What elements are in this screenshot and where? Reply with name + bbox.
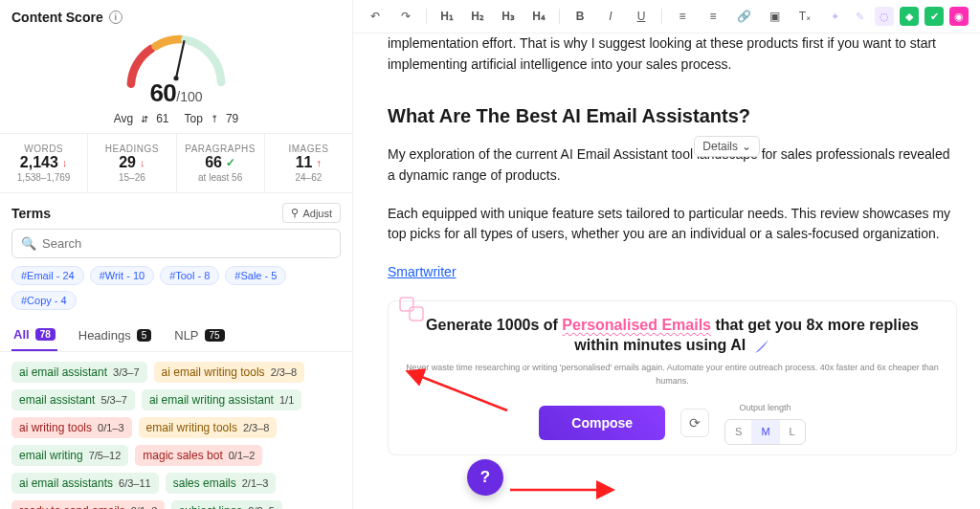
adjust-button[interactable]: ⚲Adjust	[282, 203, 341, 223]
bold-button[interactable]: B	[569, 6, 590, 27]
filter-pill[interactable]: #Copy - 4	[11, 291, 77, 310]
term-chip[interactable]: ai email assistants6/3–11	[11, 473, 159, 494]
score-value: 60	[149, 78, 176, 107]
question-icon: ?	[480, 468, 490, 487]
term-chip[interactable]: subject lines2/2–5	[171, 500, 282, 509]
h4-button[interactable]: H₄	[528, 6, 549, 27]
ordered-list-button[interactable]: ≡	[672, 6, 693, 27]
term-count: 0/1–3	[98, 422, 124, 433]
score-denom: /100	[176, 89, 202, 104]
unordered-list-button[interactable]: ≡	[702, 6, 724, 27]
term-text: sales emails	[173, 476, 236, 490]
info-icon[interactable]: i	[109, 11, 122, 24]
term-count: 1/1	[279, 394, 294, 406]
term-count: 0/1–2	[229, 450, 256, 461]
tab-all[interactable]: All78	[11, 320, 57, 351]
italic-button[interactable]: I	[600, 6, 621, 27]
term-chip[interactable]: ai email assistant3/3–7	[11, 362, 147, 383]
term-chip[interactable]: email writing tools2/3–8	[139, 417, 278, 438]
h3-button[interactable]: H₃	[498, 6, 519, 27]
svg-line-0	[176, 40, 185, 77]
seg-l[interactable]: L	[780, 420, 805, 444]
search-input[interactable]	[42, 236, 331, 251]
underline-button[interactable]: U	[631, 6, 652, 27]
stat-arrow-icon: ↓	[62, 157, 68, 168]
ai-circle-icon[interactable]: ◌	[875, 7, 894, 26]
filter-pill[interactable]: #Email - 24	[11, 266, 84, 285]
term-text: magic sales bot	[143, 449, 222, 462]
editor-toolbar: ↶ ↷ H₁ H₂ H₃ H₄ B I U ≡ ≡ 🔗 ▣ Tₓ ✦ ✎ ◌ ◆…	[353, 0, 980, 33]
output-length-label: Output length	[739, 402, 791, 415]
heading-2[interactable]: What Are The Best AI Email Assistants?	[388, 101, 957, 131]
h1-button[interactable]: H₁	[436, 6, 457, 27]
term-chip[interactable]: magic sales bot0/1–2	[135, 445, 262, 466]
tab-badge: 5	[137, 329, 152, 342]
term-count: 2/3–8	[243, 422, 270, 433]
compose-button[interactable]: Compose	[539, 406, 665, 440]
reload-button[interactable]: ⟳	[680, 409, 709, 437]
term-text: email writing	[19, 449, 83, 462]
ai-avatar-icon[interactable]: ◉	[949, 7, 969, 26]
seg-m[interactable]: M	[751, 420, 779, 444]
ai-diamond-icon[interactable]: ◆	[900, 7, 919, 26]
stat-range: at least 56	[181, 172, 260, 183]
link-smartwriter[interactable]: Smartwriter	[388, 264, 457, 279]
image-button[interactable]: ▣	[764, 6, 785, 27]
avg-value: 61	[156, 112, 168, 125]
term-text: ai email writing tools	[162, 365, 265, 379]
stat-cell: IMAGES 11↑ 24–62	[265, 134, 352, 192]
paragraph[interactable]: Each equipped with unique feature sets t…	[388, 204, 957, 245]
filter-pill[interactable]: #Sale - 5	[225, 266, 286, 285]
ai-wand-icon[interactable]: ✎	[850, 7, 869, 26]
feather-icon	[753, 338, 770, 355]
tab-nlp[interactable]: NLP75	[172, 321, 226, 350]
term-count: 2/2–5	[248, 505, 275, 509]
term-text: ready to send emails	[19, 504, 125, 509]
term-chip[interactable]: ai email writing assistant1/1	[142, 389, 301, 410]
h2-button[interactable]: H₂	[467, 6, 488, 27]
term-chip[interactable]: email assistant5/3–7	[11, 389, 135, 410]
top-label: Top	[185, 112, 203, 125]
term-count: 6/3–11	[119, 477, 151, 489]
stat-range: 15–26	[92, 172, 171, 183]
ai-shield-icon[interactable]: ✔	[924, 7, 944, 26]
link-button[interactable]: 🔗	[733, 6, 754, 27]
ai-sparkle-icon[interactable]: ✦	[825, 7, 844, 26]
stat-range: 1,538–1,769	[4, 172, 83, 183]
search-input-wrap[interactable]: 🔍	[11, 229, 341, 258]
term-text: subject lines	[179, 504, 242, 509]
term-count: 2/1–3	[242, 477, 269, 489]
stat-cell: PARAGRAPHS 66✓ at least 56	[177, 134, 265, 192]
stat-arrow-icon: ↑	[317, 157, 323, 168]
redo-button[interactable]: ↷	[395, 6, 416, 27]
seg-s[interactable]: S	[725, 420, 751, 444]
editor-content[interactable]: implementation effort. That is why I sug…	[353, 33, 980, 509]
term-text: ai writing tools	[19, 421, 92, 434]
term-count: 5/3–7	[100, 394, 127, 406]
stat-label: PARAGRAPHS	[181, 144, 260, 154]
term-chip[interactable]: sales emails2/1–3	[166, 473, 277, 494]
smartwriter-card: Generate 1000s of Personalised Emails th…	[388, 300, 957, 455]
stat-label: WORDS	[4, 144, 83, 154]
filter-pill[interactable]: #Writ - 10	[90, 266, 154, 285]
stat-value: 2,143	[20, 154, 58, 171]
output-length-seg: S M L	[724, 419, 806, 445]
help-fab[interactable]: ?	[467, 459, 503, 496]
term-chip[interactable]: ai email writing tools2/3–8	[154, 362, 305, 383]
paragraph[interactable]: implementation effort. That is why I sug…	[388, 33, 957, 75]
clear-format-button[interactable]: Tₓ	[794, 6, 815, 27]
tab-label: Headings	[78, 328, 131, 343]
term-chip[interactable]: ready to send emails0/1–3	[11, 500, 165, 509]
term-chip[interactable]: ai writing tools0/1–3	[11, 417, 132, 438]
term-chip[interactable]: email writing7/5–12	[11, 445, 128, 466]
filter-row: #Email - 24#Writ - 10#Tool - 8#Sale - 5#…	[0, 266, 352, 320]
avg-label: Avg	[114, 112, 133, 125]
content-score-title: Content Score	[11, 10, 103, 25]
term-text: email assistant	[19, 393, 95, 407]
undo-button[interactable]: ↶	[365, 6, 386, 27]
paragraph[interactable]: My exploration of the current AI Email A…	[388, 144, 957, 186]
filter-pill[interactable]: #Tool - 8	[160, 266, 219, 285]
tab-headings[interactable]: Headings5	[77, 321, 154, 350]
term-text: ai email writing assistant	[149, 393, 274, 407]
term-text: ai email assistant	[19, 365, 107, 379]
